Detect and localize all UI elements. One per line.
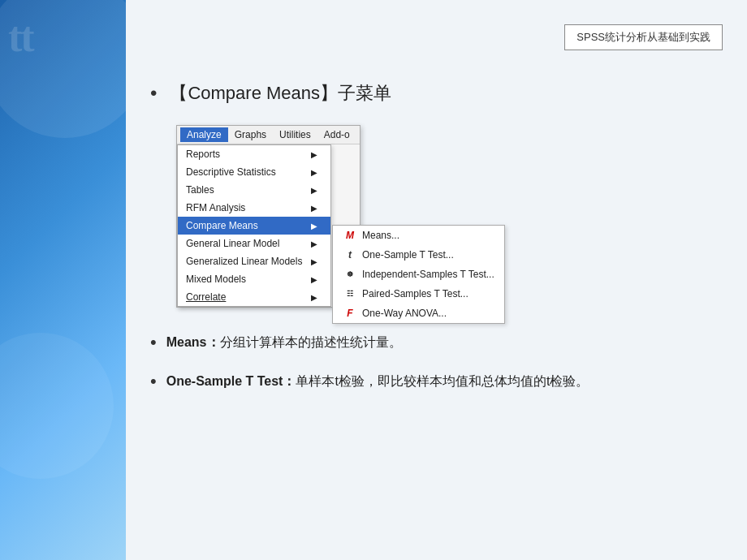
tables-label: Tables xyxy=(186,184,214,196)
menu-item-tables[interactable]: Tables ▶ xyxy=(178,181,330,199)
top-right-label: SPSS统计分析从基础到实践 xyxy=(564,24,723,50)
main-content-area: SPSS统计分析从基础到实践 • 【Compare Means】子菜单 Anal… xyxy=(126,0,747,560)
dropdown-wrapper: Reports ▶ Descriptive Statistics ▶ Table… xyxy=(177,144,360,307)
one-sample-t-icon: t xyxy=(343,249,357,261)
menu-item-genlinmod[interactable]: Generalized Linear Models ▶ xyxy=(178,252,330,270)
submenu-anova[interactable]: F One-Way ANOVA... xyxy=(333,304,504,323)
compare-means-label: Compare Means xyxy=(186,220,258,231)
reports-arrow: ▶ xyxy=(311,150,317,159)
main-title-text: 【Compare Means】子菜单 xyxy=(170,81,391,106)
menu-bar-graphs[interactable]: Graphs xyxy=(228,127,273,142)
menu-item-correlate[interactable]: Correlate ▶ xyxy=(178,288,330,306)
genlinmod-label: Generalized Linear Models xyxy=(186,256,302,267)
independent-label: Independent-Samples T Test... xyxy=(362,269,494,280)
glm-arrow: ▶ xyxy=(311,239,317,248)
menu-item-glm[interactable]: General Linear Model ▶ xyxy=(178,235,330,252)
tables-arrow: ▶ xyxy=(311,186,317,195)
left-decorative-panel: tt xyxy=(0,0,126,560)
mixed-label: Mixed Models xyxy=(186,274,246,285)
bullet-dot-one-sample: • xyxy=(150,373,157,392)
content-area: • 【Compare Means】子菜单 Analyze Graphs Util… xyxy=(150,81,731,409)
menu-bar: Analyze Graphs Utilities Add-o xyxy=(177,126,360,144)
anova-label: One-Way ANOVA... xyxy=(362,308,447,319)
dropdown-menu: Reports ▶ Descriptive Statistics ▶ Table… xyxy=(177,144,331,307)
independent-icon: ☸ xyxy=(343,269,357,280)
anova-icon: F xyxy=(343,308,357,319)
genlinmod-arrow: ▶ xyxy=(311,257,317,266)
menu-item-mixed[interactable]: Mixed Models ▶ xyxy=(178,270,330,288)
means-term: Means： xyxy=(166,335,220,349)
bullet-dot-main: • xyxy=(150,84,157,103)
means-icon: M xyxy=(343,230,357,241)
one-sample-term: One-Sample T Test： xyxy=(166,374,296,388)
compare-means-arrow: ▶ xyxy=(311,222,317,230)
menu-screenshot: Analyze Graphs Utilities Add-o Reports ▶ xyxy=(176,125,361,308)
submenu-independent[interactable]: ☸ Independent-Samples T Test... xyxy=(333,265,504,284)
one-sample-description: One-Sample T Test：单样本t检验，即比较样本均值和总体均值的t检… xyxy=(166,371,589,392)
graphs-label: Graphs xyxy=(235,129,266,140)
addons-label: Add-o xyxy=(324,129,350,140)
rfm-arrow: ▶ xyxy=(311,204,317,213)
main-title-row: • 【Compare Means】子菜单 xyxy=(150,81,731,106)
rfm-label: RFM Analysis xyxy=(186,202,245,213)
submenu-compare-means: M Means... t One-Sample T Test... ☸ Inde… xyxy=(332,225,505,324)
analyze-label: Analyze xyxy=(187,129,222,140)
submenu-one-sample-t[interactable]: t One-Sample T Test... xyxy=(333,245,504,265)
top-label-text: SPSS统计分析从基础到实践 xyxy=(576,31,710,43)
menu-item-rfm[interactable]: RFM Analysis ▶ xyxy=(178,199,330,217)
bullet-item-means: • Means：分组计算样本的描述性统计量。 xyxy=(150,332,731,353)
means-desc-text: 分组计算样本的描述性统计量。 xyxy=(220,335,402,349)
submenu-paired[interactable]: ☷ Paired-Samples T Test... xyxy=(333,284,504,304)
bullet-item-one-sample: • One-Sample T Test：单样本t检验，即比较样本均值和总体均值的… xyxy=(150,371,731,392)
descriptive-label: Descriptive Statistics xyxy=(186,166,276,178)
one-sample-t-label: One-Sample T Test... xyxy=(362,249,454,261)
left-bg-text: tt xyxy=(8,16,33,58)
utilities-label: Utilities xyxy=(279,129,311,140)
paired-icon: ☷ xyxy=(343,288,357,299)
bullet-dot-means: • xyxy=(150,334,157,353)
means-description: Means：分组计算样本的描述性统计量。 xyxy=(166,332,402,353)
menu-item-descriptive[interactable]: Descriptive Statistics ▶ xyxy=(178,163,330,181)
mixed-arrow: ▶ xyxy=(311,275,317,284)
correlate-label: Correlate xyxy=(186,291,226,303)
menu-item-reports[interactable]: Reports ▶ xyxy=(178,145,330,163)
paired-label: Paired-Samples T Test... xyxy=(362,288,468,299)
menu-bar-utilities[interactable]: Utilities xyxy=(273,127,317,142)
glm-label: General Linear Model xyxy=(186,238,279,249)
correlate-arrow: ▶ xyxy=(311,293,317,302)
descriptive-arrow: ▶ xyxy=(311,168,317,177)
means-label: Means... xyxy=(362,230,399,241)
menu-bar-addons[interactable]: Add-o xyxy=(317,127,356,142)
menu-item-compare-means[interactable]: Compare Means ▶ xyxy=(178,217,330,235)
one-sample-desc-text: 单样本t检验，即比较样本均值和总体均值的t检验。 xyxy=(296,374,589,388)
menu-bar-analyze[interactable]: Analyze xyxy=(180,127,228,142)
submenu-means[interactable]: M Means... xyxy=(333,226,504,245)
reports-label: Reports xyxy=(186,149,220,160)
